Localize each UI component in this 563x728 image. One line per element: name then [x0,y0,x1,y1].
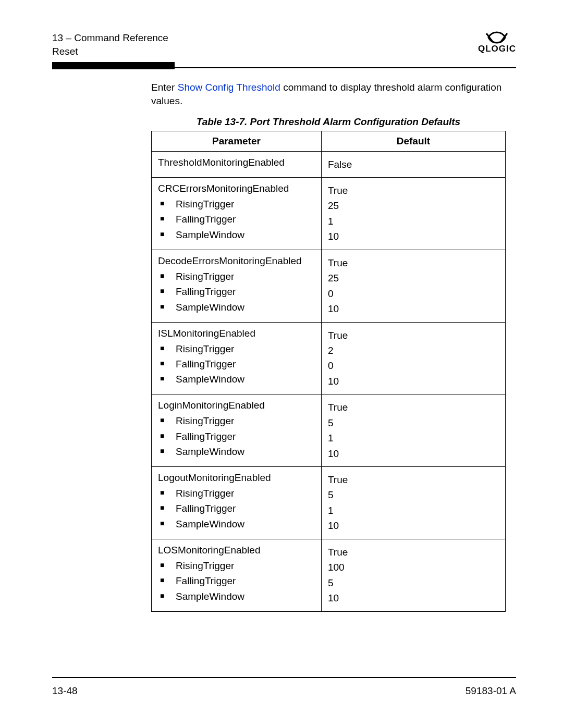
default-cell: True5110 [321,467,505,539]
bullet-icon: ■ [160,516,176,530]
table-row: LogoutMonitoringEnabled■RisingTrigger■Fa… [152,467,506,539]
param-value: True [328,400,499,415]
sub-param-value: 25 [328,270,499,286]
param-value: False [328,157,499,172]
sub-param-label: SampleWindow [176,227,244,242]
table-header-row: Parameter Default [152,131,506,151]
param-name: DecodeErrorsMonitoringEnabled [158,255,315,267]
sub-param: ■FallingTrigger [160,212,315,227]
sub-param-value: 10 [328,229,499,244]
sub-param: ■RisingTrigger [160,269,315,284]
page-number: 13-48 [52,685,78,697]
param-cell: ISLMonitoringEnabled■RisingTrigger■Falli… [152,322,322,394]
bullet-icon: ■ [160,300,176,314]
table-row: ISLMonitoringEnabled■RisingTrigger■Falli… [152,322,506,394]
sub-param: ■SampleWindow [160,372,315,387]
bullet-icon: ■ [160,356,176,371]
doc-id: 59183-01 A [466,685,516,697]
table-row: CRCErrorsMonitoringEnabled■RisingTrigger… [152,178,506,250]
col-parameter: Parameter [152,131,322,151]
sub-param: ■RisingTrigger [160,341,315,356]
sub-param-value: 1 [328,214,499,229]
bullet-icon: ■ [160,269,176,283]
header-line-1: 13 – Command Reference [52,31,168,45]
sub-param: ■RisingTrigger [160,558,315,573]
table-row: LoginMonitoringEnabled■RisingTrigger■Fal… [152,394,506,467]
default-cell: True100510 [321,539,505,611]
sub-param: ■FallingTrigger [160,501,315,516]
sub-param-label: FallingTrigger [176,429,236,444]
page-footer: 13-48 59183-01 A [52,677,516,697]
param-value: True [328,545,499,560]
sub-param-label: SampleWindow [176,516,244,532]
sub-param-label: SampleWindow [176,444,244,459]
sub-param: ■RisingTrigger [160,196,315,212]
sub-param: ■SampleWindow [160,516,315,532]
sub-param-label: RisingTrigger [176,558,234,573]
param-cell: ThresholdMonitoringEnabled [152,151,322,177]
bullet-icon: ■ [160,284,176,298]
param-name: LoginMonitoringEnabled [158,400,315,411]
sub-param: ■FallingTrigger [160,284,315,299]
default-cell: True25010 [321,250,505,322]
sub-param: ■SampleWindow [160,227,315,242]
header-rule [52,62,516,69]
sub-param-value: 10 [328,374,499,389]
sub-param-label: SampleWindow [176,300,244,315]
bullet-icon: ■ [160,589,176,603]
sub-param: ■RisingTrigger [160,486,315,501]
show-config-threshold-link[interactable]: Show Config Threshold [178,82,280,93]
param-name: LogoutMonitoringEnabled [158,472,315,484]
sub-param-label: FallingTrigger [176,501,236,516]
param-cell: CRCErrorsMonitoringEnabled■RisingTrigger… [152,178,322,250]
param-cell: LOSMonitoringEnabled■RisingTrigger■Falli… [152,539,322,611]
bullet-icon: ■ [160,558,176,572]
table-row: ThresholdMonitoringEnabledFalse [152,151,506,177]
sub-param-label: SampleWindow [176,372,244,387]
param-value: True [328,328,499,343]
bullet-icon: ■ [160,413,176,427]
bullet-icon: ■ [160,486,176,500]
sub-param-label: RisingTrigger [176,269,234,284]
sub-param-value: 1 [328,503,499,518]
sub-param-value: 5 [328,575,499,590]
sub-param-value: 0 [328,286,499,301]
footer-rule [52,677,516,678]
sub-param: ■SampleWindow [160,300,315,315]
sub-param: ■FallingTrigger [160,356,315,372]
header-text: 13 – Command Reference Reset [52,31,168,58]
sub-param-label: SampleWindow [176,589,244,604]
param-name: ISLMonitoringEnabled [158,328,315,339]
sub-param-value: 2 [328,343,499,358]
table-row: LOSMonitoringEnabled■RisingTrigger■Falli… [152,539,506,611]
sub-param-value: 10 [328,590,499,606]
param-cell: DecodeErrorsMonitoringEnabled■RisingTrig… [152,250,322,322]
bullet-icon: ■ [160,429,176,443]
sub-param-value: 100 [328,560,499,575]
default-cell: False [321,151,505,177]
sub-param: ■FallingTrigger [160,573,315,588]
param-value: True [328,183,499,198]
table-row: DecodeErrorsMonitoringEnabled■RisingTrig… [152,250,506,322]
sub-param-value: 25 [328,198,499,213]
header-line-2: Reset [52,45,168,58]
bullet-icon: ■ [160,372,176,386]
sub-param: ■SampleWindow [160,444,315,459]
brand-name: QLOGIC [478,44,516,54]
intro-prefix: Enter [151,82,178,93]
bullet-icon: ■ [160,501,176,515]
brand-logo: QLOGIC [478,31,516,54]
sub-param-value: 5 [328,487,499,502]
sub-param-label: RisingTrigger [176,413,234,428]
sub-param-label: RisingTrigger [176,341,234,356]
sub-param: ■FallingTrigger [160,429,315,444]
bullet-icon: ■ [160,341,176,355]
sub-param-label: FallingTrigger [176,573,236,588]
page: 13 – Command Reference Reset QLOGIC Ente… [0,0,563,728]
param-name: CRCErrorsMonitoringEnabled [158,183,315,194]
param-cell: LoginMonitoringEnabled■RisingTrigger■Fal… [152,394,322,467]
sub-param-label: RisingTrigger [176,196,234,212]
page-body: Enter Show Config Threshold command to d… [151,81,506,611]
default-cell: True25110 [321,178,505,250]
sub-param-label: FallingTrigger [176,284,236,299]
